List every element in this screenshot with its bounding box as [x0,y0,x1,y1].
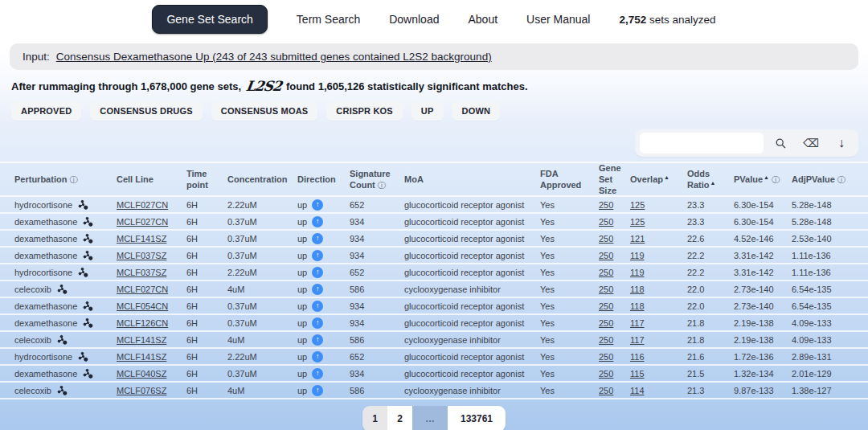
table-row: hydrocortisone MCLF141SZ 6H 2.22uM up↑ 6… [0,349,868,366]
cell-concentration: 0.37uM [227,318,297,328]
nav-item-about[interactable]: About [468,13,497,26]
cell-line-link[interactable]: MCLF027CN [117,217,168,227]
gene-set-size-link[interactable]: 250 [599,200,613,210]
gene-set-size-link[interactable]: 250 [599,251,613,260]
overlap-link[interactable]: 116 [630,352,645,362]
cell-gene-set-size: 250 [599,285,630,294]
filter-consensus-moas[interactable]: CONSENSUS MOAS [211,101,318,121]
cell-perturbation: dexamethasone [14,250,117,261]
gene-set-size-link[interactable]: 250 [599,268,613,277]
download-results-button[interactable]: ↓ [826,131,857,155]
summary-prefix: After rummaging through 1,678,000 gene s… [11,80,241,92]
column-header-cell-line[interactable]: Cell Line [117,174,186,186]
column-header-moa[interactable]: MoA [404,174,540,186]
cell-line-link[interactable]: MCLF141SZ [117,234,166,244]
clear-search-button[interactable]: ⌫ [796,131,826,155]
cell-cell-line: MCLF040SZ [117,369,186,379]
page-button-2[interactable]: 2 [387,406,412,430]
search-row: ⌫ ↓ [10,129,858,157]
overlap-link[interactable]: 125 [630,200,645,210]
overlap-link[interactable]: 119 [630,268,645,277]
cell-adj-pvalue: 2.89e-131 [792,352,868,362]
column-header-time-point[interactable]: Time point [186,169,227,191]
gene-set-size-link[interactable]: 250 [599,369,613,379]
column-header-fda-approved[interactable]: FDA Approved [540,169,599,191]
overlap-link[interactable]: 117 [630,318,645,328]
search-button[interactable] [765,131,796,155]
nav-item-gene-set-search[interactable]: Gene Set Search [152,5,267,34]
gene-set-size-link[interactable]: 250 [599,301,613,311]
gene-set-size-link[interactable]: 250 [599,318,613,328]
page-button-133761[interactable]: 133761 [448,406,506,430]
overlap-link[interactable]: 125 [630,217,645,227]
input-geneset-link[interactable]: Consensus Dexamethasone Up (243 of 243 s… [56,51,492,63]
gene-set-size-link[interactable]: 250 [599,217,613,227]
column-header-signature-count[interactable]: Signature Countⓘ [350,169,404,191]
cell-perturbation: celecoxib [14,284,117,295]
cell-pvalue: 9.87e-133 [734,386,792,395]
cell-odds-ratio: 23.3 [687,200,734,210]
cell-line-link[interactable]: MCLF037SZ [117,268,166,277]
nav-item-user-manual[interactable]: User Manual [526,13,590,26]
column-header-adjpvalue[interactable]: AdjPValueⓘ [792,174,868,186]
cell-pvalue: 6.30e-154 [734,200,792,210]
cell-concentration: 4uM [227,386,297,395]
column-header-gene-set-size[interactable]: Gene Set Size [599,163,630,196]
nav-item-term-search[interactable]: Term Search [297,13,360,26]
cell-line-link[interactable]: MCLF027CN [117,200,168,210]
overlap-link[interactable]: 115 [630,369,645,379]
cell-signature-count: 652 [350,268,404,277]
cell-line-link[interactable]: MCLF141SZ [117,352,166,362]
page-button-ellipsis[interactable]: … [412,406,448,430]
cell-adj-pvalue: 1.11e-136 [792,251,868,260]
cell-line-link[interactable]: MCLF126CN [117,318,168,328]
cell-moa: cyclooxygenase inhibitor [404,386,540,395]
overlap-link[interactable]: 117 [630,335,645,345]
direction-up-icon: ↑ [312,284,323,295]
search-box: ⌫ ↓ [635,129,858,157]
cell-perturbation: celecoxib [14,385,117,396]
molecule-structure-icon [82,250,94,261]
cell-gene-set-size: 250 [599,335,630,345]
search-input[interactable] [640,133,764,154]
filter-down[interactable]: DOWN [452,101,501,121]
cell-line-link[interactable]: MCLF027CN [117,285,168,294]
gene-set-size-link[interactable]: 250 [599,386,613,395]
filter-crispr-kos[interactable]: CRISPR KOS [326,101,402,121]
column-header-pvalue[interactable]: PValue▲ⓘ [734,174,792,186]
cell-line-link[interactable]: MCLF040SZ [117,369,166,379]
cell-fda-approved: Yes [540,301,599,311]
overlap-link[interactable]: 118 [630,301,645,311]
column-header-odds-ratio[interactable]: Odds Ratio▲ [687,169,734,191]
overlap-link[interactable]: 118 [630,285,645,294]
cell-adj-pvalue: 6.54e-135 [792,301,868,311]
gene-set-size-link[interactable]: 250 [599,285,613,294]
cell-line-link[interactable]: MCLF141SZ [117,335,166,345]
overlap-link[interactable]: 119 [630,251,645,260]
gene-set-size-link[interactable]: 250 [599,234,613,244]
nav-item-download[interactable]: Download [389,13,439,26]
column-header-overlap[interactable]: Overlap▲ [630,174,687,186]
column-header-perturbation[interactable]: Perturbationⓘ [14,174,117,186]
filter-consensus-drugs[interactable]: CONSENSUS DRUGS [90,101,202,121]
column-header-concentration[interactable]: Concentration [227,174,297,186]
filter-up[interactable]: UP [411,101,444,121]
cell-concentration: 0.37uM [227,369,297,379]
cell-signature-count: 652 [350,200,404,210]
column-header-direction[interactable]: Direction [297,174,350,186]
gene-set-size-link[interactable]: 250 [599,352,613,362]
filter-approved[interactable]: APPROVED [11,101,81,121]
cell-line-link[interactable]: MCLF037SZ [117,251,166,260]
cell-direction: up↑ [297,368,350,379]
cell-moa: glucocorticoid receptor agonist [404,234,540,244]
cell-odds-ratio: 23.3 [687,217,734,227]
page-button-1[interactable]: 1 [362,406,387,430]
cell-line-link[interactable]: MCLF054CN [117,301,168,311]
pagination: 12…133761 [362,406,506,430]
gene-set-size-link[interactable]: 250 [599,335,613,345]
overlap-link[interactable]: 114 [630,386,645,395]
cell-line-link[interactable]: MCLF076SZ [117,386,166,395]
overlap-link[interactable]: 121 [630,234,645,244]
direction-up-icon: ↑ [312,301,323,312]
cell-moa: glucocorticoid receptor agonist [404,369,540,379]
